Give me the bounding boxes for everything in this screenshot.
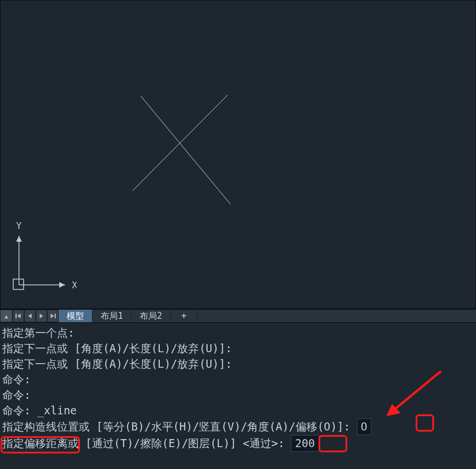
command-input-value: O xyxy=(357,418,371,435)
history-line: 命令: xyxy=(2,372,473,387)
svg-marker-11 xyxy=(28,314,32,318)
history-toggle-button[interactable]: ▲ xyxy=(0,310,13,322)
svg-marker-3 xyxy=(59,282,65,288)
prompt-label: 指定偏移距离 xyxy=(2,437,68,449)
tab-layout2[interactable]: 布局2 xyxy=(132,310,171,322)
history-line: 指定下一点或 [角度(A)/长度(L)/放弃(U)]: xyxy=(2,341,473,356)
command-prompt-line: 指定偏移距离或 [通过(T)/擦除(E)/图层(L)] <通过>: 200 xyxy=(2,435,473,452)
nav-next-button[interactable] xyxy=(36,310,47,322)
tab-add-button[interactable]: + xyxy=(171,310,198,322)
tab-layout1[interactable]: 布局1 xyxy=(93,310,132,322)
history-line: 命令: xyxy=(2,387,473,403)
history-line: 指定第一个点: xyxy=(2,325,473,341)
svg-line-1 xyxy=(141,96,231,204)
ucs-icon: X Y xyxy=(7,220,76,297)
svg-marker-10 xyxy=(17,314,21,318)
nav-first-button[interactable] xyxy=(13,310,24,322)
tab-bar: ▲ 模型 布局1 布局2 + xyxy=(0,309,476,323)
svg-rect-8 xyxy=(13,279,24,289)
command-history[interactable]: 指定第一个点: 指定下一点或 [角度(A)/长度(L)/放弃(U)]: 指定下一… xyxy=(0,323,476,453)
command-input-value[interactable]: 200 xyxy=(291,435,318,452)
svg-text:X: X xyxy=(72,280,76,291)
svg-marker-6 xyxy=(16,236,22,242)
nav-prev-button[interactable] xyxy=(24,310,36,322)
history-line: 指定构造线位置或 [等分(B)/水平(H)/竖直(V)/角度(A)/偏移(O)]… xyxy=(2,418,473,435)
svg-rect-9 xyxy=(16,314,17,318)
tab-model[interactable]: 模型 xyxy=(59,310,93,322)
svg-marker-13 xyxy=(51,314,54,318)
nav-last-button[interactable] xyxy=(47,310,59,322)
svg-text:Y: Y xyxy=(16,220,22,231)
history-line: 命令: _xline xyxy=(2,403,473,418)
svg-marker-12 xyxy=(40,314,43,318)
history-line: 指定下一点或 [角度(A)/长度(L)/放弃(U)]: xyxy=(2,356,473,372)
svg-rect-14 xyxy=(55,314,56,318)
drawing-viewport[interactable]: X Y xyxy=(0,0,476,309)
svg-line-0 xyxy=(133,95,228,190)
